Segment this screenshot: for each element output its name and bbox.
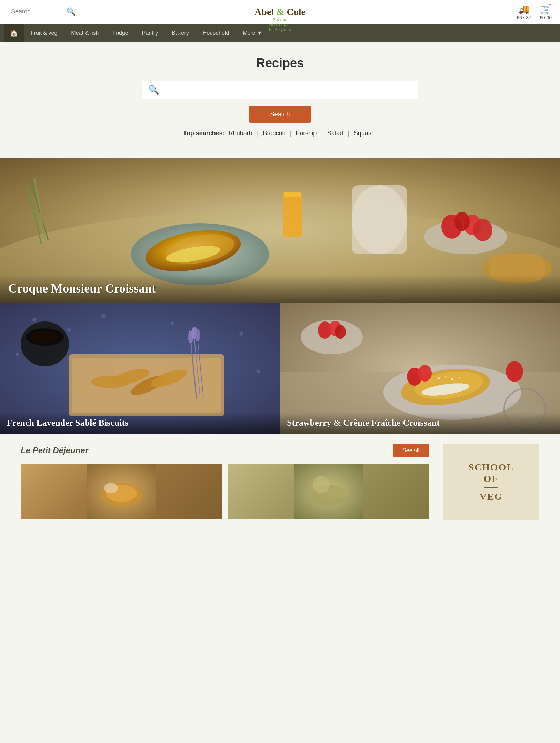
svg-point-21 <box>32 318 37 322</box>
truck-icon: 🚚 <box>518 3 530 15</box>
top-searches-bar: Top searches: Rhubarb | Broccoli | Parsn… <box>7 130 553 137</box>
recipe-card-strawberry-overlay: Strawberry & Crème Fraîche Croissant <box>280 412 560 434</box>
cart-info[interactable]: 🛒 £0.00 <box>540 3 552 20</box>
school-divider <box>484 487 498 488</box>
small-recipe-1-image <box>21 464 222 519</box>
svg-point-42 <box>195 329 200 341</box>
recipe-search-input[interactable] <box>162 86 412 93</box>
svg-point-26 <box>16 353 19 356</box>
logo-name: Abel & Cole <box>254 7 306 18</box>
recipe-search-container[interactable]: 🔍 <box>142 81 418 99</box>
svg-point-61 <box>459 377 460 378</box>
recipe-card-lavender-overlay: French Lavender Sablé Biscuits <box>0 412 280 434</box>
two-col-recipes: French Lavender Sablé Biscuits <box>0 303 560 434</box>
recipes-page: Recipes 🔍 Search Top searches: Rhubarb |… <box>0 42 560 530</box>
featured-recipe-overlay: Croque Monsieur Croissant <box>0 274 560 303</box>
header-right-actions: 🚚 £67.37 🛒 £0.00 <box>517 3 552 20</box>
svg-point-58 <box>438 377 440 379</box>
delivery-info[interactable]: 🚚 £67.37 <box>517 3 531 20</box>
recipe-search-btn-wrap: Search <box>7 106 553 123</box>
top-search-salad[interactable]: Salad <box>327 130 343 137</box>
svg-point-48 <box>335 325 346 339</box>
svg-point-25 <box>239 331 243 336</box>
delivery-price: £67.37 <box>517 15 531 20</box>
small-recipe-2[interactable] <box>228 464 429 519</box>
cart-icon: 🛒 <box>540 3 552 15</box>
featured-recipe-card[interactable]: Croque Monsieur Croissant <box>0 158 560 303</box>
bottom-right: SCHOOL OF VEG <box>443 444 539 520</box>
small-recipe-grid <box>21 464 429 519</box>
recipe-search-icon: 🔍 <box>148 85 159 95</box>
svg-rect-12 <box>352 185 407 254</box>
nav-fruit-veg[interactable]: Fruit & veg <box>24 25 64 41</box>
separator-4: | <box>348 130 349 137</box>
svg-point-65 <box>104 483 118 493</box>
recipe-card-lavender-title: French Lavender Sablé Biscuits <box>7 418 273 428</box>
nav-home[interactable]: 🏠 <box>4 24 24 42</box>
separator-3: | <box>321 130 323 137</box>
recipe-card-strawberry-title: Strawberry & Crème Fraîche Croissant <box>287 418 553 428</box>
school-of-veg-card[interactable]: SCHOOL OF VEG <box>443 444 539 520</box>
nav-meat-fish[interactable]: Meat & fish <box>64 25 106 41</box>
svg-point-59 <box>445 376 446 377</box>
nav-household[interactable]: Household <box>196 25 236 41</box>
chevron-down-icon: ▼ <box>257 30 262 36</box>
section-title: Le Petit Déjeuner <box>21 446 88 455</box>
svg-point-55 <box>506 361 523 382</box>
top-search-rhubarb[interactable]: Rhubarb <box>229 130 252 137</box>
svg-point-16 <box>454 212 470 231</box>
school-line-1: SCHOOL <box>468 462 514 473</box>
svg-point-24 <box>171 321 174 325</box>
small-recipe-1[interactable] <box>21 464 222 519</box>
svg-point-27 <box>257 370 260 373</box>
svg-rect-9 <box>283 192 302 237</box>
bottom-left: Le Petit Déjeuner See all <box>21 444 429 519</box>
school-line-3: VEG <box>480 491 503 503</box>
section-header: Le Petit Déjeuner See all <box>21 444 429 457</box>
header-search-bar[interactable]: 🔍 <box>8 6 77 18</box>
featured-recipe-title: Croque Monsieur Croissant <box>8 281 552 296</box>
separator-2: | <box>290 130 291 137</box>
svg-point-69 <box>328 485 349 498</box>
svg-point-60 <box>451 378 453 380</box>
top-searches-label: Top searches: <box>183 130 225 137</box>
recipe-card-lavender[interactable]: French Lavender Sablé Biscuits <box>0 303 280 434</box>
svg-rect-10 <box>284 192 301 197</box>
svg-point-68 <box>313 476 330 493</box>
logo-tagline: Buzzing about organic for 30 years <box>267 18 293 32</box>
svg-point-54 <box>418 365 432 382</box>
nav-fridge[interactable]: Fridge <box>106 25 135 41</box>
bottom-section: Le Petit Déjeuner See all <box>0 434 560 530</box>
nav-more-label: More <box>243 30 255 36</box>
top-search-broccoli[interactable]: Broccoli <box>263 130 285 137</box>
small-recipe-2-image <box>228 464 429 519</box>
nav-more[interactable]: More ▼ <box>236 25 269 41</box>
header: 🔍 Abel & Cole Buzzing about organic for … <box>0 0 560 24</box>
home-icon: 🏠 <box>10 29 18 37</box>
svg-point-17 <box>473 219 492 241</box>
nav-bakery[interactable]: Bakery <box>165 25 196 41</box>
nav-pantry[interactable]: Pantry <box>135 25 165 41</box>
svg-point-30 <box>31 331 59 343</box>
header-logo[interactable]: Abel & Cole Buzzing about organic for 30… <box>254 7 306 18</box>
svg-point-22 <box>67 328 71 332</box>
recipes-header: Recipes 🔍 Search Top searches: Rhubarb |… <box>0 42 560 158</box>
svg-point-23 <box>101 314 106 318</box>
top-search-squash[interactable]: Squash <box>354 130 375 137</box>
recipe-card-strawberry[interactable]: Strawberry & Crème Fraîche Croissant <box>280 303 560 434</box>
recipe-search-button[interactable]: Search <box>249 106 310 123</box>
header-search-icon[interactable]: 🔍 <box>66 7 76 16</box>
header-search-input[interactable] <box>11 8 66 15</box>
school-line-2: OF <box>484 473 499 485</box>
recipes-title: Recipes <box>7 56 553 70</box>
see-all-button[interactable]: See all <box>393 444 429 457</box>
separator-1: | <box>257 130 259 137</box>
cart-price: £0.00 <box>540 15 552 20</box>
top-search-parsnip[interactable]: Parsnip <box>296 130 317 137</box>
